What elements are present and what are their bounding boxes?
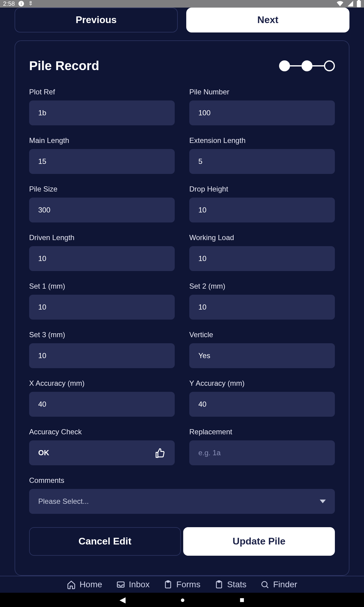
- comments-value: Please Select...: [38, 497, 89, 506]
- field-verticle: Verticle: [189, 331, 335, 368]
- label: Set 3 (mm): [29, 331, 175, 339]
- replacement-input[interactable]: [189, 440, 335, 465]
- field-main-length: Main Length: [29, 136, 175, 174]
- field-accuracy-check: Accuracy Check OK: [29, 428, 175, 465]
- svg-rect-5: [358, 0, 360, 1]
- step-3-dot: [324, 60, 335, 71]
- field-plot-ref: Plot Ref: [29, 88, 175, 125]
- step-1-dot: [279, 60, 290, 71]
- previous-button[interactable]: Previous: [15, 8, 178, 32]
- field-set1: Set 1 (mm): [29, 282, 175, 320]
- field-comments: Comments Please Select...: [29, 476, 335, 514]
- driven-length-input[interactable]: [29, 246, 175, 271]
- cell-signal-icon: [347, 0, 354, 7]
- top-nav: Previous Next: [0, 8, 364, 40]
- label: Y Accuracy (mm): [189, 379, 335, 388]
- android-status-bar: 2:58: [0, 0, 364, 8]
- nav-stats[interactable]: Stats: [214, 580, 247, 589]
- set3-input[interactable]: [29, 343, 175, 368]
- field-y-accuracy: Y Accuracy (mm): [189, 379, 335, 417]
- drop-height-input[interactable]: [189, 198, 335, 222]
- thumbs-up-icon: [155, 447, 166, 458]
- home-icon: [67, 580, 76, 589]
- accuracy-check-toggle[interactable]: OK: [29, 440, 175, 465]
- form-grid: Plot Ref Pile Number Main Length Extensi…: [29, 88, 335, 514]
- nav-inbox[interactable]: Inbox: [116, 580, 150, 589]
- home-circle-icon[interactable]: ●: [180, 595, 185, 605]
- set1-input[interactable]: [29, 295, 175, 320]
- step-line: [290, 65, 302, 66]
- inbox-icon: [116, 580, 125, 589]
- cancel-edit-button[interactable]: Cancel Edit: [29, 527, 181, 556]
- label: Working Load: [189, 233, 335, 242]
- field-drop-height: Drop Height: [189, 185, 335, 222]
- nav-home[interactable]: Home: [67, 580, 102, 589]
- field-set2: Set 2 (mm): [189, 282, 335, 320]
- set2-input[interactable]: [189, 295, 335, 320]
- working-load-input[interactable]: [189, 246, 335, 271]
- step-2-dot: [302, 60, 312, 71]
- form-actions: Cancel Edit Update Pile: [29, 527, 335, 556]
- label: Set 1 (mm): [29, 282, 175, 290]
- y-accuracy-input[interactable]: [189, 392, 335, 417]
- svg-point-10: [262, 582, 267, 587]
- svg-rect-4: [357, 1, 361, 8]
- mic-icon: [28, 1, 34, 7]
- info-icon: [18, 0, 25, 7]
- nav-forms[interactable]: Forms: [163, 580, 200, 589]
- android-system-bar: ◀ ● ■: [0, 593, 364, 607]
- accuracy-check-value: OK: [38, 449, 49, 457]
- search-icon: [260, 580, 269, 589]
- field-replacement: Replacement: [189, 428, 335, 465]
- field-x-accuracy: X Accuracy (mm): [29, 379, 175, 417]
- clipboard-icon: [163, 580, 173, 589]
- status-time: 2:58: [3, 0, 15, 7]
- card-title: Pile Record: [29, 59, 99, 73]
- label: Drop Height: [189, 185, 335, 193]
- nav-finder[interactable]: Finder: [260, 580, 297, 589]
- chevron-down-icon: [320, 500, 326, 503]
- nav-label: Stats: [227, 580, 247, 589]
- comments-select[interactable]: Please Select...: [29, 489, 335, 514]
- label: Main Length: [29, 136, 175, 145]
- label: Set 2 (mm): [189, 282, 335, 290]
- svg-rect-1: [21, 3, 22, 5]
- pile-record-card: Pile Record Plot Ref Pile Number Main Le…: [15, 40, 349, 576]
- next-button[interactable]: Next: [186, 8, 349, 32]
- label: Comments: [29, 476, 335, 485]
- field-working-load: Working Load: [189, 233, 335, 271]
- field-set3: Set 3 (mm): [29, 331, 175, 368]
- label: X Accuracy (mm): [29, 379, 175, 388]
- update-pile-button[interactable]: Update Pile: [183, 527, 335, 556]
- wifi-icon: [336, 0, 344, 7]
- battery-icon: [357, 0, 361, 7]
- nav-label: Finder: [273, 580, 297, 589]
- extension-length-input[interactable]: [189, 149, 335, 174]
- main-length-input[interactable]: [29, 149, 175, 174]
- label: Accuracy Check: [29, 428, 175, 436]
- plot-ref-input[interactable]: [29, 100, 175, 125]
- nav-label: Home: [79, 580, 102, 589]
- step-line: [312, 65, 324, 66]
- label: Plot Ref: [29, 88, 175, 96]
- label: Verticle: [189, 331, 335, 339]
- svg-rect-2: [21, 2, 22, 3]
- clipboard-icon: [214, 580, 224, 589]
- recents-icon[interactable]: ■: [240, 595, 244, 605]
- nav-label: Inbox: [129, 580, 150, 589]
- label: Driven Length: [29, 233, 175, 242]
- nav-label: Forms: [176, 580, 200, 589]
- bottom-nav: Home Inbox Forms Stats Finder: [0, 576, 364, 593]
- field-extension-length: Extension Length: [189, 136, 335, 174]
- stepper: [279, 60, 335, 71]
- field-pile-number: Pile Number: [189, 88, 335, 125]
- verticle-input[interactable]: [189, 343, 335, 368]
- label: Extension Length: [189, 136, 335, 145]
- label: Replacement: [189, 428, 335, 436]
- pile-size-input[interactable]: [29, 198, 175, 222]
- label: Pile Size: [29, 185, 175, 193]
- back-icon[interactable]: ◀: [120, 595, 126, 605]
- pile-number-input[interactable]: [189, 100, 335, 125]
- x-accuracy-input[interactable]: [29, 392, 175, 417]
- label: Pile Number: [189, 88, 335, 96]
